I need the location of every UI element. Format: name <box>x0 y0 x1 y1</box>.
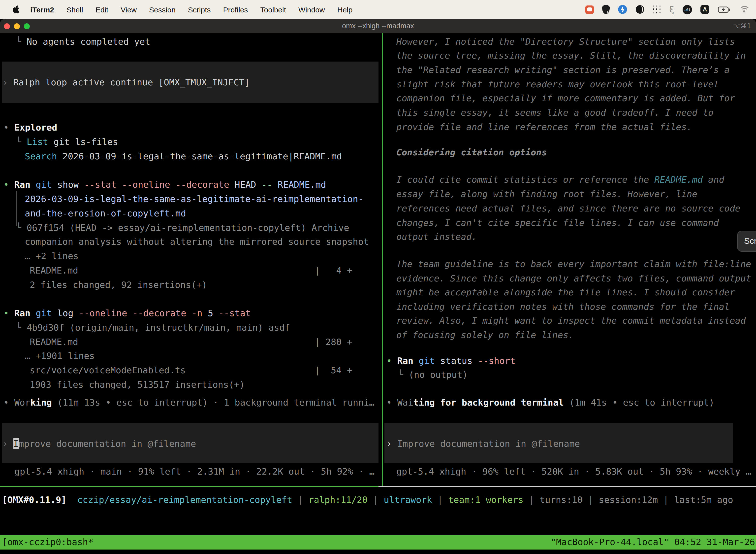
thinking-text: output instead. <box>396 231 477 243</box>
diffstat-summary: 2 files changed, 92 insertions(+) <box>30 279 207 291</box>
thinking-text: evidence. Since this change only affects… <box>396 273 751 284</box>
thinking-text: including verification notes with those … <box>396 301 730 313</box>
terminal-line: └ (no output) <box>398 369 468 381</box>
pane-separator-left <box>0 486 378 487</box>
thinking-text: the source tree, missing the essay. Stil… <box>396 50 746 62</box>
pane-divider[interactable] <box>382 33 383 486</box>
tmux-status-bar: [omx-cczip0:bash* "MacBook-Pro-44.local"… <box>0 535 756 550</box>
desktop: iTerm2 Shell Edit View Session Scripts P… <box>0 0 756 554</box>
thinking-text: The team guideline is to back every impo… <box>396 258 751 270</box>
terminal-line: └ No agents completed yet <box>16 36 150 48</box>
thinking-text: review. Also, I might want to inspect th… <box>396 315 746 327</box>
menu-item-edit[interactable]: Edit <box>96 5 108 14</box>
menu-item-help[interactable]: Help <box>337 5 353 14</box>
prompt-input-left[interactable]: › Improve documentation in @filename <box>2 438 196 450</box>
thinking-text: I could cite commit statistics or refere… <box>396 174 724 186</box>
thinking-text: this single essay, it seems like a good … <box>396 107 713 119</box>
chat-icon[interactable] <box>585 5 593 14</box>
menu-item-view[interactable]: View <box>121 5 137 14</box>
lightning-icon[interactable] <box>618 5 627 14</box>
menu-item-toolbelt[interactable]: Toolbelt <box>260 5 286 14</box>
terminal-line: └ 067f154 (HEAD -> essay/ai-reimplementa… <box>16 222 349 234</box>
tmux-session-label: [omx-cczip0:bash* <box>2 535 93 550</box>
explored-header: • Explored <box>3 122 57 133</box>
session-status-right: gpt-5.4 xhigh · 96% left · 520K in · 5.8… <box>396 466 751 478</box>
terminal-line: and-the-erosion-of-copyleft.md <box>25 208 186 219</box>
menu-item-iterm2[interactable]: iTerm2 <box>30 5 54 14</box>
terminal-line: companion analysis without altering the … <box>25 236 369 248</box>
tree-line <box>16 190 17 226</box>
thinking-text: slight risk that future readers may over… <box>396 78 719 90</box>
diffstat-line: README.md | 280 + <box>30 336 352 348</box>
tmux-host-clock: "MacBook-Pro-44.local" 04:52 31-Mar-26 <box>551 535 755 550</box>
terminal-line: └ 4b9d30f (origin/main, instructkr/main,… <box>16 322 290 334</box>
thinking-text: changes, I can't cite specific file line… <box>396 217 719 229</box>
menu-status-icons: ξ ..61 A <box>585 4 749 14</box>
window-shortcut: ⌥⌘1 <box>733 19 751 33</box>
menu-bar: iTerm2 Shell Edit View Session Scripts P… <box>0 0 756 19</box>
badge-61-icon[interactable]: ..61 <box>683 5 692 14</box>
screen-overlay-button[interactable]: Scre <box>737 231 756 252</box>
terminal-line: Search 2026-03-09-is-legal-the-same-as-l… <box>25 151 342 162</box>
shield-icon[interactable] <box>602 5 610 14</box>
ralph-loop-status: › Ralph loop active continue [OMX_TMUX_I… <box>2 76 250 88</box>
thinking-heading: Considering citation options <box>396 147 547 158</box>
ran-command-line: • Ran git show --stat --oneline --decora… <box>3 179 326 190</box>
diffstat-line: src/voice/voiceModeEnabled.ts | 54 + <box>30 365 352 376</box>
window-title: omx --xhigh --madmax <box>0 19 756 33</box>
pane-separator-right <box>378 486 756 487</box>
terminal-line: 2026-03-09-is-legal-the-same-as-legitima… <box>25 193 363 205</box>
battery-icon[interactable] <box>718 6 731 13</box>
working-status: • Working (11m 13s • esc to interrupt) ·… <box>3 397 375 408</box>
ran-command-line: • Ran git status --short <box>386 355 515 367</box>
prompt-input-right[interactable]: › Improve documentation in @filename <box>386 438 580 450</box>
squiggle-icon[interactable]: ξ <box>670 4 674 14</box>
diffstat-line: README.md | 4 + <box>30 265 352 277</box>
menu-item-scripts[interactable]: Scripts <box>188 5 211 14</box>
thinking-text: might be acceptable alongside the file l… <box>396 286 735 298</box>
dots-grid-icon[interactable] <box>652 5 661 14</box>
thinking-text: However, I noticed the "Directory Struct… <box>396 36 735 48</box>
waiting-status: • Waiting for background terminal (1m 41… <box>386 397 714 408</box>
menu-item-session[interactable]: Session <box>149 5 176 14</box>
thinking-text: the "Related research writing" section i… <box>396 64 730 76</box>
thinking-text: companion file, especially if more comme… <box>396 92 735 104</box>
apple-icon[interactable] <box>12 5 19 14</box>
terminal-line: … +1901 lines <box>25 350 95 362</box>
title-bar[interactable]: omx --xhigh --madmax ⌥⌘1 <box>0 19 756 33</box>
menu-item-shell[interactable]: Shell <box>66 5 83 14</box>
wifi-icon[interactable] <box>739 6 749 13</box>
omx-status-line: [OMX#0.11.9] cczip/essay/ai-reimplementa… <box>2 494 733 506</box>
menu-items: iTerm2 Shell Edit View Session Scripts P… <box>30 5 353 14</box>
diffstat-summary: 1903 files changed, 513517 insertions(+) <box>30 379 245 391</box>
menu-item-window[interactable]: Window <box>298 5 325 14</box>
ran-command-line: • Ran git log --oneline --decorate -n 5 … <box>3 307 251 319</box>
menu-item-profiles[interactable]: Profiles <box>223 5 248 14</box>
pie-icon[interactable] <box>635 5 644 14</box>
thinking-text: of focusing solely on file lines. <box>396 329 574 341</box>
thinking-text: essay file, along with finding root file… <box>396 188 697 200</box>
session-status-left: gpt-5.4 xhigh · main · 91% left · 2.31M … <box>14 466 375 478</box>
terminal-line: … +2 lines <box>25 250 79 262</box>
thinking-text: provide file and line references from th… <box>396 121 692 133</box>
thinking-text: references need actual files, and since … <box>396 203 740 214</box>
keyboard-a-icon[interactable]: A <box>700 5 709 14</box>
terminal-line: └ List git ls-files <box>16 136 118 148</box>
